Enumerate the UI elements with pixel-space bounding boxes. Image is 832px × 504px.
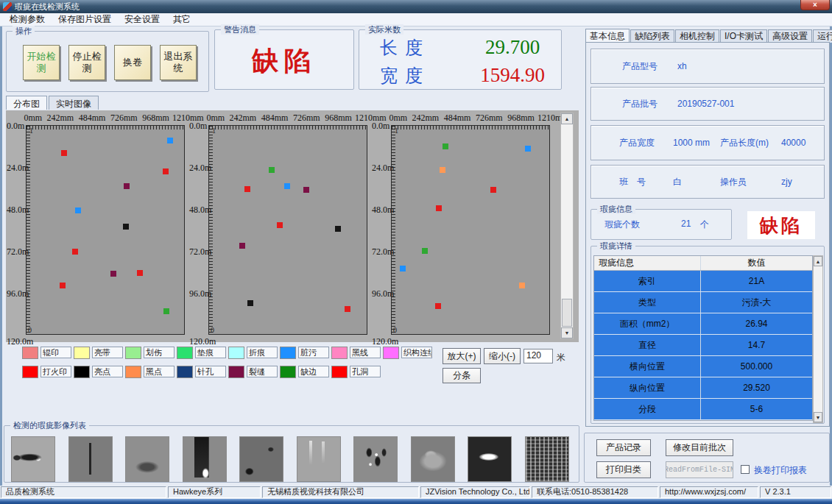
defect-point[interactable]	[60, 283, 66, 288]
meters-group-title: 实际米数	[365, 24, 403, 35]
menu-item-1[interactable]: 保存图片设置	[52, 13, 118, 26]
scroll-down-icon[interactable]: ▼	[814, 412, 822, 422]
defect-point[interactable]	[435, 303, 441, 309]
defect-point[interactable]	[163, 168, 169, 174]
defect-point[interactable]	[123, 224, 129, 230]
row-attribute: 面积（mm2）	[594, 313, 701, 334]
table-row[interactable]: 横向位置500.000	[594, 356, 812, 377]
scale-value-input[interactable]: 120	[523, 349, 553, 363]
panel-index-label: 1	[212, 127, 216, 135]
view-tab-0[interactable]: 分布图	[6, 96, 47, 110]
scroll-up-icon[interactable]: ▲	[561, 113, 573, 124]
defect-point[interactable]	[244, 186, 250, 192]
defect-point[interactable]	[239, 243, 245, 249]
split-button[interactable]: 分条	[443, 368, 481, 383]
defect-thumbnail-10[interactable]	[525, 436, 569, 482]
table-row[interactable]: 面积（mm2）26.94	[594, 313, 812, 335]
legend-item: 垫痕	[177, 346, 228, 359]
legend-item: 打火印	[22, 365, 74, 378]
status-segment-5: http://www.wxjzsj.com/	[660, 486, 758, 498]
defect-thumbnail-5[interactable]	[239, 436, 283, 482]
defect-point[interactable]	[519, 283, 525, 288]
plot-scrollbar[interactable]: ▲▼	[560, 113, 574, 339]
defect-point[interactable]	[422, 248, 428, 254]
exit-button[interactable]: 退出系统	[160, 45, 197, 80]
table-row[interactable]: 索引21A	[594, 271, 812, 292]
defect-point[interactable]	[345, 306, 350, 312]
defect-thumbnail-3[interactable]	[125, 436, 169, 482]
right-tab-5[interactable]: 运行状态信息	[813, 29, 832, 43]
defect-thumbnail-8[interactable]	[411, 436, 455, 482]
defect-point[interactable]	[137, 270, 143, 276]
defect-point[interactable]	[443, 143, 448, 149]
right-tab-2[interactable]: 相机控制	[675, 29, 719, 43]
defect-point[interactable]	[440, 167, 445, 173]
close-button[interactable]: ×	[800, 0, 830, 10]
print-classify-button[interactable]: 打印归类	[596, 461, 651, 478]
scroll-up-icon[interactable]: ▲	[814, 256, 822, 266]
zoom-in-button[interactable]: 放大(+)	[443, 348, 481, 364]
start-button[interactable]: 开始检测	[23, 45, 60, 80]
defect-point[interactable]	[400, 266, 406, 271]
scroll-thumb[interactable]	[562, 299, 572, 327]
thumbnail-gallery-group: 检测的瑕疵影像列表	[4, 425, 579, 483]
stop-button[interactable]: 停止检测	[68, 45, 105, 80]
defect-point[interactable]	[247, 300, 253, 306]
defect-point[interactable]	[167, 138, 173, 143]
scatter-plot-3[interactable]: 10	[391, 125, 550, 335]
defect-point[interactable]	[277, 222, 283, 228]
defect-point[interactable]	[269, 167, 275, 173]
defect-thumbnail-1[interactable]	[11, 436, 55, 482]
change-roll-button[interactable]: 换卷	[114, 45, 151, 80]
detail-table-scrollbar[interactable]: ▲ ▼	[813, 255, 823, 423]
table-row[interactable]: 直径14.7	[594, 335, 812, 356]
view-tab-1[interactable]: 实时图像	[49, 96, 99, 110]
right-tab-4[interactable]: 高级设置	[768, 29, 812, 43]
zoom-out-button[interactable]: 缩小(-)	[484, 348, 521, 364]
product-record-button[interactable]: 产品记录	[596, 439, 651, 456]
defect-point[interactable]	[72, 249, 78, 255]
legend-color-swatch	[125, 366, 141, 378]
menu-bar: 检测参数保存图片设置安全设置其它	[0, 13, 832, 26]
defect-point[interactable]	[124, 183, 130, 189]
defect-thumbnail-7[interactable]	[353, 436, 398, 482]
legend-item: 织构连续	[383, 346, 434, 359]
defect-thumbnail-9[interactable]	[468, 436, 512, 482]
modify-batch-button[interactable]: 修改目前批次	[666, 439, 733, 456]
legend-color-swatch	[331, 366, 348, 378]
defect-point[interactable]	[284, 183, 290, 189]
menu-item-0[interactable]: 检测参数	[3, 13, 52, 26]
legend-color-swatch	[280, 366, 296, 378]
legend-item: 黑点	[125, 365, 177, 378]
defect-point[interactable]	[110, 271, 116, 277]
menu-item-3[interactable]: 其它	[166, 13, 197, 26]
defect-point[interactable]	[490, 187, 496, 193]
read-from-file-button[interactable]: ReadFromFile-SIM	[666, 461, 733, 478]
defect-thumbnail-4[interactable]	[183, 436, 227, 482]
legend-color-swatch	[383, 347, 399, 359]
defect-point[interactable]	[163, 308, 169, 314]
scatter-plot-1[interactable]: 10	[26, 125, 185, 335]
defect-point[interactable]	[436, 205, 442, 211]
defect-thumbnail-6[interactable]	[297, 436, 341, 482]
warning-group: 警告消息 缺陷	[214, 29, 354, 90]
right-tab-0[interactable]: 基本信息	[585, 29, 630, 42]
x-tick-label: 726mm	[110, 113, 138, 124]
defect-point[interactable]	[75, 207, 81, 213]
table-row[interactable]: 分段5-6	[594, 399, 812, 420]
table-row[interactable]: 纵向位置29.520	[594, 377, 812, 399]
title-bar[interactable]: 瑕疵在线检测系统 ×	[0, 0, 832, 13]
scroll-down-icon[interactable]: ▼	[561, 327, 573, 338]
defect-point[interactable]	[335, 226, 341, 232]
print-report-checkbox[interactable]	[741, 465, 750, 474]
menu-item-2[interactable]: 安全设置	[118, 13, 166, 26]
defect-thumbnail-2[interactable]	[68, 436, 113, 482]
defect-point[interactable]	[61, 150, 67, 156]
right-tab-1[interactable]: 缺陷列表	[630, 29, 674, 43]
right-tab-3[interactable]: I/O卡测试	[720, 29, 767, 43]
scatter-plot-2[interactable]: 10	[208, 125, 367, 335]
table-row[interactable]: 类型污渍-大	[594, 292, 812, 313]
row-value: 29.520	[701, 377, 812, 398]
defect-point[interactable]	[303, 187, 309, 193]
defect-point[interactable]	[525, 146, 531, 152]
